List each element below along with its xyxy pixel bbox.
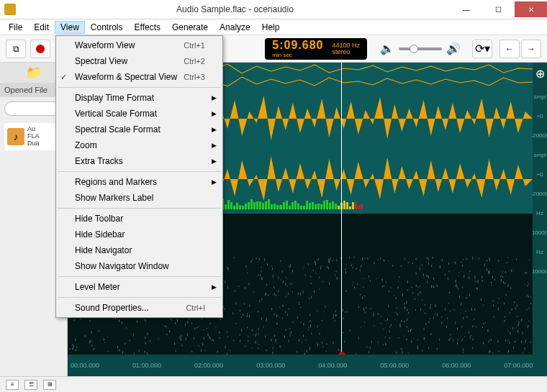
svg-rect-169 bbox=[449, 339, 450, 341]
svg-rect-322 bbox=[464, 275, 464, 278]
record-button[interactable] bbox=[30, 40, 50, 58]
svg-rect-490 bbox=[291, 283, 292, 285]
svg-rect-780 bbox=[474, 309, 475, 310]
svg-rect-586 bbox=[354, 286, 355, 288]
svg-rect-512 bbox=[258, 274, 258, 275]
volume-thumb[interactable] bbox=[410, 45, 418, 53]
menu-item-hide-navigator[interactable]: Hide Navigator bbox=[56, 242, 222, 258]
svg-rect-431 bbox=[285, 283, 286, 285]
menu-item-hide-sidebar[interactable]: Hide Sidebar bbox=[56, 227, 222, 242]
menu-help[interactable]: Help bbox=[256, 21, 286, 34]
nav-forward-button[interactable]: → bbox=[521, 40, 541, 58]
svg-rect-246 bbox=[476, 327, 476, 328]
svg-rect-101 bbox=[304, 323, 304, 326]
svg-rect-754 bbox=[396, 312, 397, 313]
search-input[interactable] bbox=[4, 101, 63, 116]
svg-rect-364 bbox=[319, 288, 320, 290]
timeline-tick: 02:00.000 bbox=[194, 362, 223, 369]
menu-item-show-navigator-window[interactable]: Show Navigator Window bbox=[56, 258, 222, 274]
svg-rect-666 bbox=[358, 306, 359, 308]
menu-item-zoom[interactable]: Zoom▶ bbox=[56, 137, 222, 153]
menu-item-hide-toolbar[interactable]: Hide Toolbar bbox=[56, 211, 222, 227]
menu-effects[interactable]: Effects bbox=[129, 21, 166, 34]
svg-rect-291 bbox=[220, 318, 221, 320]
svg-rect-240 bbox=[407, 352, 408, 353]
svg-rect-273 bbox=[364, 295, 365, 296]
svg-rect-372 bbox=[250, 260, 251, 263]
svg-rect-59 bbox=[139, 350, 140, 352]
maximize-button[interactable]: ☐ bbox=[482, 1, 515, 17]
svg-rect-793 bbox=[119, 349, 119, 352]
menu-item-label: Waveform View bbox=[75, 40, 135, 50]
menu-item-regions-and-markers[interactable]: Regions and Markers▶ bbox=[56, 174, 222, 190]
svg-rect-628 bbox=[76, 347, 77, 348]
svg-rect-769 bbox=[73, 347, 73, 349]
svg-rect-438 bbox=[323, 281, 324, 283]
svg-rect-440 bbox=[511, 270, 512, 271]
zoom-in-icon[interactable]: ⊕ bbox=[535, 67, 545, 81]
svg-rect-213 bbox=[461, 340, 462, 341]
menu-view[interactable]: View bbox=[55, 21, 85, 34]
menu-item-display-time-format[interactable]: Display Time Format▶ bbox=[56, 90, 222, 106]
menu-item-waveform-spectral-view[interactable]: ✓Waveform & Spectral ViewCtrl+3 bbox=[56, 69, 222, 85]
menu-separator bbox=[58, 208, 221, 209]
status-bar: ≡ ☰ ⊞ bbox=[0, 376, 547, 392]
svg-rect-664 bbox=[493, 300, 494, 301]
svg-rect-85 bbox=[529, 307, 530, 309]
svg-rect-258 bbox=[166, 326, 166, 327]
svg-rect-510 bbox=[107, 351, 108, 352]
playhead[interactable] bbox=[341, 63, 342, 355]
svg-rect-581 bbox=[255, 334, 256, 337]
menu-item-label: Level Meter bbox=[75, 282, 120, 292]
menu-item-spectral-scale-format[interactable]: Spectral Scale Format▶ bbox=[56, 122, 222, 137]
volume-slider[interactable] bbox=[399, 47, 442, 50]
view-list-button[interactable]: ≡ bbox=[6, 380, 19, 390]
svg-rect-223 bbox=[310, 276, 311, 277]
menu-item-spectral-view[interactable]: Spectral ViewCtrl+2 bbox=[56, 53, 222, 69]
nav-back-button[interactable]: ← bbox=[499, 40, 520, 58]
menu-item-level-meter[interactable]: Level Meter▶ bbox=[56, 279, 222, 295]
view-detail-button[interactable]: ☰ bbox=[24, 380, 37, 390]
menu-edit[interactable]: Edit bbox=[28, 21, 55, 34]
minimize-button[interactable]: — bbox=[450, 1, 482, 17]
svg-rect-50 bbox=[397, 307, 397, 309]
svg-rect-499 bbox=[447, 317, 448, 319]
svg-rect-729 bbox=[345, 311, 345, 312]
menu-generate[interactable]: Generate bbox=[166, 21, 214, 34]
menu-item-extra-tracks[interactable]: Extra Tracks▶ bbox=[56, 153, 222, 169]
svg-rect-693 bbox=[412, 263, 413, 264]
view-grid-button[interactable]: ⊞ bbox=[43, 380, 56, 390]
file-item[interactable]: ♪ Au FLA Dua bbox=[4, 123, 63, 150]
svg-rect-194 bbox=[469, 270, 470, 272]
submenu-arrow-icon: ▶ bbox=[212, 158, 217, 165]
timeline[interactable]: 00:00.00001:00.00002:00.00003:00.00004:0… bbox=[68, 355, 533, 376]
svg-rect-251 bbox=[104, 342, 105, 343]
svg-rect-81 bbox=[472, 257, 473, 260]
svg-rect-34 bbox=[258, 345, 259, 345]
svg-rect-249 bbox=[274, 293, 275, 296]
svg-rect-115 bbox=[99, 330, 99, 331]
menu-controls[interactable]: Controls bbox=[85, 21, 129, 34]
svg-rect-650 bbox=[104, 338, 104, 340]
menu-analyze[interactable]: Analyze bbox=[214, 21, 256, 34]
svg-rect-82 bbox=[217, 351, 218, 353]
svg-rect-606 bbox=[431, 265, 432, 267]
svg-rect-347 bbox=[366, 347, 367, 347]
menu-file[interactable]: File bbox=[3, 21, 28, 34]
menu-item-waveform-view[interactable]: Waveform ViewCtrl+1 bbox=[56, 37, 222, 53]
menu-item-show-markers-label[interactable]: Show Markers Label bbox=[56, 190, 222, 206]
svg-rect-64 bbox=[91, 331, 92, 333]
svg-rect-505 bbox=[381, 316, 382, 316]
svg-rect-463 bbox=[133, 334, 134, 337]
svg-rect-173 bbox=[389, 326, 390, 327]
svg-rect-53 bbox=[335, 310, 336, 312]
close-button[interactable]: ✕ bbox=[515, 1, 547, 17]
menu-item-vertical-scale-format[interactable]: Vertical Scale Format▶ bbox=[56, 106, 222, 122]
svg-rect-309 bbox=[404, 258, 405, 260]
volume-control[interactable]: 🔈 🔊 bbox=[380, 42, 461, 55]
history-button[interactable]: ⟳▾ bbox=[472, 40, 492, 58]
menu-item-sound-properties-[interactable]: Sound Properties...Ctrl+I bbox=[56, 300, 222, 316]
rewind-button[interactable]: ⧉ bbox=[6, 40, 26, 58]
svg-rect-507 bbox=[272, 268, 273, 270]
svg-rect-453 bbox=[144, 351, 145, 352]
